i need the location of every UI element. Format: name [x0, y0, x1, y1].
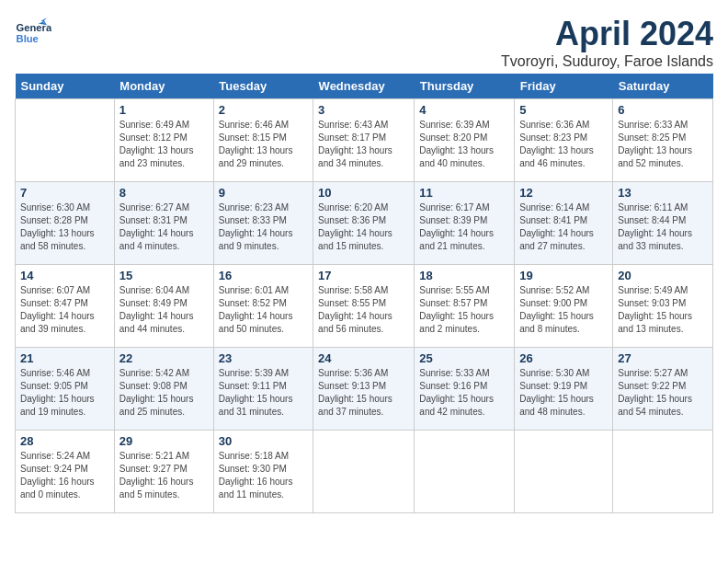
day-number: 21 — [20, 351, 109, 365]
location-subtitle: Tvoroyri, Suduroy, Faroe Islands — [501, 53, 713, 70]
day-number: 28 — [20, 434, 109, 448]
week-row-1: 1Sunrise: 6:49 AM Sunset: 8:12 PM Daylig… — [16, 99, 713, 182]
day-number: 30 — [219, 434, 308, 448]
day-number: 5 — [519, 103, 608, 117]
calendar-cell-w3-d4: 18Sunrise: 5:55 AM Sunset: 8:57 PM Dayli… — [415, 265, 515, 348]
header-friday: Friday — [515, 74, 613, 99]
day-info: Sunrise: 6:20 AM Sunset: 8:36 PM Dayligh… — [318, 201, 409, 253]
month-year-title: April 2024 — [501, 15, 713, 53]
day-info: Sunrise: 5:30 AM Sunset: 9:19 PM Dayligh… — [519, 367, 608, 419]
calendar-cell-w1-d4: 4Sunrise: 6:39 AM Sunset: 8:20 PM Daylig… — [415, 99, 515, 182]
day-number: 24 — [318, 351, 409, 365]
calendar-cell-w4-d3: 24Sunrise: 5:36 AM Sunset: 9:13 PM Dayli… — [313, 348, 415, 431]
day-info: Sunrise: 6:30 AM Sunset: 8:28 PM Dayligh… — [20, 201, 109, 253]
day-number: 22 — [119, 351, 209, 365]
day-number: 12 — [519, 186, 608, 200]
day-info: Sunrise: 5:27 AM Sunset: 9:22 PM Dayligh… — [618, 367, 708, 419]
day-info: Sunrise: 5:24 AM Sunset: 9:24 PM Dayligh… — [20, 450, 109, 501]
day-info: Sunrise: 6:14 AM Sunset: 8:41 PM Dayligh… — [519, 201, 608, 253]
calendar-cell-w4-d6: 27Sunrise: 5:27 AM Sunset: 9:22 PM Dayli… — [613, 348, 713, 431]
header-wednesday: Wednesday — [313, 74, 415, 99]
calendar-cell-w5-d3 — [313, 431, 415, 513]
calendar-cell-w4-d2: 23Sunrise: 5:39 AM Sunset: 9:11 PM Dayli… — [213, 348, 313, 431]
day-number: 29 — [119, 434, 209, 448]
day-number: 20 — [618, 269, 708, 282]
calendar-cell-w2-d5: 12Sunrise: 6:14 AM Sunset: 8:41 PM Dayli… — [515, 182, 613, 265]
calendar-cell-w4-d4: 25Sunrise: 5:33 AM Sunset: 9:16 PM Dayli… — [415, 348, 515, 431]
calendar-cell-w1-d0 — [16, 99, 115, 182]
day-number: 1 — [119, 103, 209, 117]
calendar-cell-w1-d1: 1Sunrise: 6:49 AM Sunset: 8:12 PM Daylig… — [114, 99, 213, 182]
header-monday: Monday — [114, 74, 213, 99]
day-info: Sunrise: 5:55 AM Sunset: 8:57 PM Dayligh… — [419, 284, 509, 336]
day-info: Sunrise: 6:46 AM Sunset: 8:15 PM Dayligh… — [219, 119, 308, 170]
day-number: 17 — [318, 269, 409, 282]
calendar-table: Sunday Monday Tuesday Wednesday Thursday… — [15, 74, 713, 513]
general-blue-logo-icon: General Blue — [15, 15, 51, 52]
title-area: April 2024 Tvoroyri, Suduroy, Faroe Isla… — [501, 15, 713, 70]
day-number: 6 — [618, 103, 708, 117]
calendar-cell-w3-d5: 19Sunrise: 5:52 AM Sunset: 9:00 PM Dayli… — [515, 265, 613, 348]
day-number: 11 — [419, 186, 509, 200]
calendar-cell-w5-d6 — [613, 431, 713, 513]
calendar-cell-w1-d6: 6Sunrise: 6:33 AM Sunset: 8:25 PM Daylig… — [613, 99, 713, 182]
week-row-5: 28Sunrise: 5:24 AM Sunset: 9:24 PM Dayli… — [16, 431, 713, 513]
calendar-cell-w5-d1: 29Sunrise: 5:21 AM Sunset: 9:27 PM Dayli… — [114, 431, 213, 513]
day-number: 16 — [219, 269, 308, 282]
calendar-cell-w3-d0: 14Sunrise: 6:07 AM Sunset: 8:47 PM Dayli… — [16, 265, 115, 348]
day-info: Sunrise: 6:11 AM Sunset: 8:44 PM Dayligh… — [618, 201, 708, 253]
day-info: Sunrise: 6:49 AM Sunset: 8:12 PM Dayligh… — [119, 119, 209, 170]
svg-text:Blue: Blue — [17, 33, 39, 44]
header-sunday: Sunday — [16, 74, 115, 99]
day-info: Sunrise: 6:01 AM Sunset: 8:52 PM Dayligh… — [219, 284, 308, 336]
day-number: 13 — [618, 186, 708, 200]
day-info: Sunrise: 5:33 AM Sunset: 9:16 PM Dayligh… — [419, 367, 509, 419]
calendar-cell-w3-d2: 16Sunrise: 6:01 AM Sunset: 8:52 PM Dayli… — [213, 265, 313, 348]
header-thursday: Thursday — [415, 74, 515, 99]
page-header: General Blue April 2024 Tvoroyri, Suduro… — [15, 15, 713, 70]
calendar-cell-w2-d4: 11Sunrise: 6:17 AM Sunset: 8:39 PM Dayli… — [415, 182, 515, 265]
day-info: Sunrise: 6:39 AM Sunset: 8:20 PM Dayligh… — [419, 119, 509, 170]
day-info: Sunrise: 5:39 AM Sunset: 9:11 PM Dayligh… — [219, 367, 308, 419]
day-info: Sunrise: 6:27 AM Sunset: 8:31 PM Dayligh… — [119, 201, 209, 253]
calendar-cell-w2-d2: 9Sunrise: 6:23 AM Sunset: 8:33 PM Daylig… — [213, 182, 313, 265]
day-number: 26 — [519, 351, 608, 365]
svg-text:General: General — [17, 22, 51, 33]
day-number: 8 — [119, 186, 209, 200]
calendar-cell-w4-d5: 26Sunrise: 5:30 AM Sunset: 9:19 PM Dayli… — [515, 348, 613, 431]
calendar-cell-w4-d0: 21Sunrise: 5:46 AM Sunset: 9:05 PM Dayli… — [16, 348, 115, 431]
day-number: 18 — [419, 269, 509, 282]
day-info: Sunrise: 5:52 AM Sunset: 9:00 PM Dayligh… — [519, 284, 608, 336]
day-number: 9 — [219, 186, 308, 200]
calendar-cell-w2-d6: 13Sunrise: 6:11 AM Sunset: 8:44 PM Dayli… — [613, 182, 713, 265]
day-number: 27 — [618, 351, 708, 365]
day-number: 23 — [219, 351, 308, 365]
calendar-cell-w4-d1: 22Sunrise: 5:42 AM Sunset: 9:08 PM Dayli… — [114, 348, 213, 431]
calendar-cell-w2-d1: 8Sunrise: 6:27 AM Sunset: 8:31 PM Daylig… — [114, 182, 213, 265]
header-tuesday: Tuesday — [213, 74, 313, 99]
day-info: Sunrise: 5:42 AM Sunset: 9:08 PM Dayligh… — [119, 367, 209, 419]
day-number: 2 — [219, 103, 308, 117]
day-number: 15 — [119, 269, 209, 282]
calendar-cell-w1-d2: 2Sunrise: 6:46 AM Sunset: 8:15 PM Daylig… — [213, 99, 313, 182]
week-row-4: 21Sunrise: 5:46 AM Sunset: 9:05 PM Dayli… — [16, 348, 713, 431]
calendar-cell-w3-d3: 17Sunrise: 5:58 AM Sunset: 8:55 PM Dayli… — [313, 265, 415, 348]
day-info: Sunrise: 6:36 AM Sunset: 8:23 PM Dayligh… — [519, 119, 608, 170]
day-info: Sunrise: 5:58 AM Sunset: 8:55 PM Dayligh… — [318, 284, 409, 336]
calendar-cell-w5-d2: 30Sunrise: 5:18 AM Sunset: 9:30 PM Dayli… — [213, 431, 313, 513]
day-info: Sunrise: 6:17 AM Sunset: 8:39 PM Dayligh… — [419, 201, 509, 253]
day-info: Sunrise: 5:49 AM Sunset: 9:03 PM Dayligh… — [618, 284, 708, 336]
calendar-cell-w5-d4 — [415, 431, 515, 513]
logo: General Blue — [15, 15, 51, 52]
day-number: 19 — [519, 269, 608, 282]
calendar-cell-w1-d5: 5Sunrise: 6:36 AM Sunset: 8:23 PM Daylig… — [515, 99, 613, 182]
day-info: Sunrise: 6:04 AM Sunset: 8:49 PM Dayligh… — [119, 284, 209, 336]
week-row-3: 14Sunrise: 6:07 AM Sunset: 8:47 PM Dayli… — [16, 265, 713, 348]
day-info: Sunrise: 5:18 AM Sunset: 9:30 PM Dayligh… — [219, 450, 308, 501]
day-info: Sunrise: 6:43 AM Sunset: 8:17 PM Dayligh… — [318, 119, 409, 170]
day-number: 14 — [20, 269, 109, 282]
calendar-cell-w5-d0: 28Sunrise: 5:24 AM Sunset: 9:24 PM Dayli… — [16, 431, 115, 513]
calendar-cell-w3-d6: 20Sunrise: 5:49 AM Sunset: 9:03 PM Dayli… — [613, 265, 713, 348]
calendar-cell-w1-d3: 3Sunrise: 6:43 AM Sunset: 8:17 PM Daylig… — [313, 99, 415, 182]
day-number: 10 — [318, 186, 409, 200]
